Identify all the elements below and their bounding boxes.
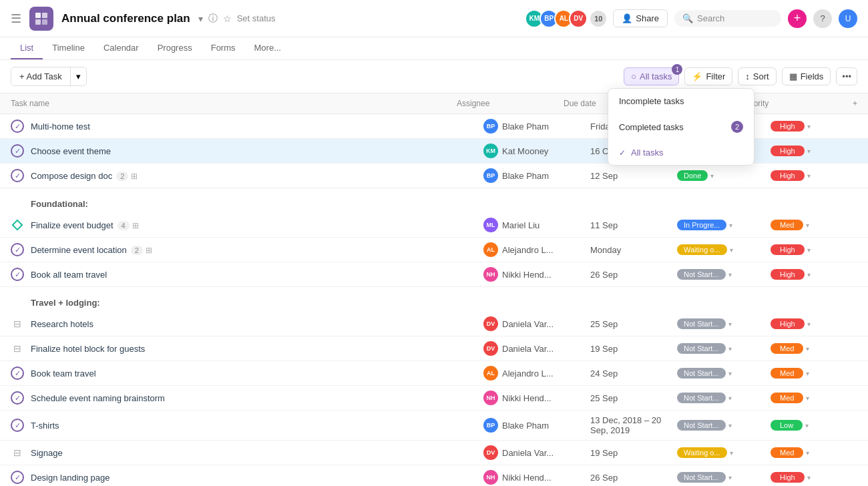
priority-chevron[interactable]: ▾ [806,222,809,229]
dropdown-icon[interactable]: ▾ [198,13,203,24]
status-cell[interactable]: In Progre... ▾ [677,220,771,230]
priority-chevron[interactable]: ▾ [807,320,811,328]
status-chevron[interactable]: ▾ [728,271,732,278]
priority-badge[interactable]: High [771,472,805,483]
priority-cell[interactable]: Med ▾ [771,368,857,379]
priority-chevron[interactable]: ▾ [805,422,809,429]
status-chevron[interactable]: ▾ [728,320,732,328]
priority-cell[interactable]: High ▾ [771,170,857,181]
status-badge[interactable]: Not Start... [677,472,726,483]
priority-cell[interactable]: High ▾ [771,121,857,132]
priority-chevron[interactable]: ▾ [807,474,811,481]
status-badge[interactable]: Not Start... [677,393,726,403]
status-chevron[interactable]: ▾ [728,422,732,429]
status-cell[interactable]: Not Start... ▾ [677,420,771,431]
priority-chevron[interactable]: ▾ [807,172,811,180]
priority-cell[interactable]: Med ▾ [771,447,857,458]
tab-timeline[interactable]: Timeline [43,37,94,59]
priority-chevron[interactable]: ▾ [807,271,811,278]
help-button[interactable]: ? [813,9,832,28]
table-row[interactable]: ⊟ Research hotels DV Daniela Var... 25 S… [0,312,868,336]
priority-cell[interactable]: High ▾ [771,318,857,329]
sort-button[interactable]: ↕ Sort [738,67,776,85]
priority-badge[interactable]: Med [771,447,803,458]
status-cell[interactable]: Not Start... ▾ [677,318,771,329]
status-cell[interactable]: Not Start... ▾ [677,343,771,354]
all-tasks-filter[interactable]: ○ All tasks 1 [624,67,679,85]
tab-forms[interactable]: Forms [202,37,245,59]
add-button[interactable]: + [788,9,807,28]
priority-cell[interactable]: Med ▾ [771,393,857,403]
more-options-button[interactable]: ••• [836,67,857,85]
priority-chevron[interactable]: ▾ [806,370,809,377]
star-icon[interactable]: ☆ [223,13,232,24]
tab-progress[interactable]: Progress [148,37,202,59]
status-cell[interactable]: Not Start... ▾ [677,393,771,403]
dropdown-all-tasks[interactable]: ✓ All tasks [608,140,754,165]
table-row[interactable]: ⊟ Signage DV Daniela Var... 19 Sep Waiti… [0,441,868,465]
table-row[interactable]: ✓ Book all team travel NH Nikki Hend... … [0,262,868,287]
priority-badge[interactable]: High [771,146,805,156]
status-cell[interactable]: Done ▾ [677,170,771,181]
status-badge[interactable]: Not Start... [677,318,726,329]
tab-list[interactable]: List [11,37,43,59]
status-cell[interactable]: Waiting o... ▾ [677,244,771,255]
priority-badge[interactable]: High [771,318,805,329]
priority-badge[interactable]: Med [771,220,803,230]
info-icon[interactable]: ⓘ [208,13,218,25]
priority-badge[interactable]: High [771,121,805,132]
status-badge[interactable]: Not Start... [677,343,726,354]
priority-cell[interactable]: Med ▾ [771,343,857,354]
share-button[interactable]: 👤 Share [613,9,668,27]
status-cell[interactable]: Not Start... ▾ [677,368,771,379]
status-badge[interactable]: Not Start... [677,368,726,379]
priority-cell[interactable]: High ▾ [771,146,857,156]
priority-badge[interactable]: High [771,269,805,280]
col-header-add[interactable]: + [831,99,857,108]
table-row[interactable]: Finalize event budget4⊞ ML Mariel Liu 11… [0,213,868,238]
priority-chevron[interactable]: ▾ [806,449,809,457]
table-row[interactable]: ✓ Schedule event naming brainstorm NH Ni… [0,386,868,411]
priority-chevron[interactable]: ▾ [806,345,809,352]
priority-chevron[interactable]: ▾ [807,123,811,130]
status-chevron[interactable]: ▾ [710,172,714,180]
filter-button[interactable]: ⚡ Filter [684,67,732,85]
status-chevron[interactable]: ▾ [730,246,733,254]
status-chevron[interactable]: ▾ [728,370,732,377]
user-avatar[interactable]: U [839,9,857,28]
priority-badge[interactable]: High [771,244,805,255]
fields-button[interactable]: ▦ Fields [782,67,831,85]
priority-cell[interactable]: High ▾ [771,244,857,255]
priority-badge[interactable]: Med [771,393,803,403]
priority-cell[interactable]: Low ▾ [771,420,857,431]
priority-badge[interactable]: Med [771,368,803,379]
dropdown-incomplete-tasks[interactable]: Incomplete tasks [608,89,754,113]
menu-icon[interactable]: ☰ [11,11,21,26]
status-cell[interactable]: Waiting o... ▾ [677,447,771,458]
status-badge[interactable]: Not Start... [677,420,726,431]
tab-more[interactable]: More... [245,37,290,59]
priority-chevron[interactable]: ▾ [807,148,811,155]
dropdown-completed-tasks[interactable]: Completed tasks 2 [608,113,754,140]
status-cell[interactable]: Not Start... ▾ [677,269,771,280]
status-badge[interactable]: Waiting o... [677,244,727,255]
add-task-button[interactable]: + Add Task ▾ [11,67,87,86]
status-badge[interactable]: In Progre... [677,220,726,230]
status-chevron[interactable]: ▾ [728,345,732,352]
priority-badge[interactable]: Low [771,420,803,431]
status-badge[interactable]: Not Start... [677,269,726,280]
search-bar[interactable]: 🔍 Search [674,10,781,27]
table-row[interactable]: ✓ Design landing page NH Nikki Hend... 2… [0,465,868,486]
priority-badge[interactable]: Med [771,343,803,354]
status-chevron[interactable]: ▾ [729,222,732,229]
table-row[interactable]: ⊟ Finalize hotel block for guests DV Dan… [0,336,868,361]
priority-badge[interactable]: High [771,170,805,181]
priority-cell[interactable]: High ▾ [771,472,857,483]
status-chevron[interactable]: ▾ [728,474,732,481]
status-chevron[interactable]: ▾ [728,395,732,402]
status-cell[interactable]: Not Start... ▾ [677,472,771,483]
status-chevron[interactable]: ▾ [730,449,733,457]
priority-cell[interactable]: High ▾ [771,269,857,280]
table-row[interactable]: ✓ Determine event location2⊞ AL Alejandr… [0,238,868,262]
priority-chevron[interactable]: ▾ [806,395,809,402]
